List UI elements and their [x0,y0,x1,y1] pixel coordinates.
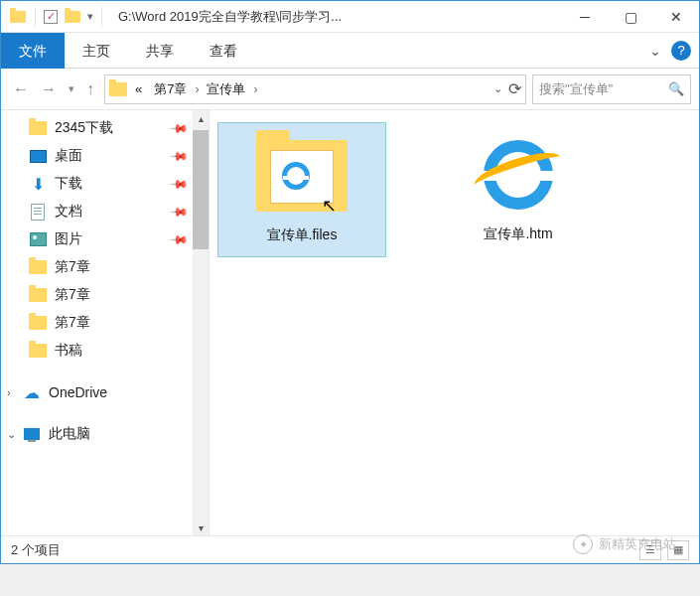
scrollbar-thumb[interactable] [193,130,209,249]
download-icon: ⬇ [29,175,47,193]
up-button[interactable]: ↑ [86,80,94,98]
scroll-up-icon[interactable]: ▴ [193,110,209,126]
back-button[interactable]: ← [13,80,29,98]
folder-icon [109,80,127,98]
status-text: 2 个项目 [11,541,61,559]
document-icon [29,203,47,221]
scroll-down-icon[interactable]: ▾ [193,520,209,535]
refresh-icon[interactable]: ⟳ [508,79,521,98]
tab-home[interactable]: 主页 [65,33,128,69]
file-item-folder[interactable]: ↖ 宣传单.files [217,122,386,257]
wechat-icon: ✦ [573,534,593,554]
tab-file[interactable]: 文件 [1,33,65,69]
sidebar-item-label: 书稿 [55,342,82,360]
sidebar-item-pictures[interactable]: 图片 📌 [1,225,209,253]
search-icon[interactable]: 🔍 [668,81,684,96]
search-input[interactable]: 搜索"宣传单" 🔍 [532,74,691,104]
pin-icon: 📌 [169,118,190,139]
pin-icon: 📌 [169,174,190,195]
watermark-text: 新精英充电站 [599,535,676,553]
file-label: 宣传单.htm [484,225,552,243]
maximize-button[interactable]: ▢ [608,2,653,32]
file-label: 宣传单.files [267,226,338,244]
tab-share[interactable]: 共享 [128,33,192,69]
ie-icon [282,162,310,190]
content-area: 2345下载 📌 桌面 📌 ⬇ 下载 📌 文档 📌 图片 📌 [1,110,699,535]
file-list: ↖ 宣传单.files 宣传单.htm [210,110,699,535]
chevron-down-icon[interactable]: ⌄ [7,428,16,441]
forward-button[interactable]: → [41,80,57,98]
watermark: ✦ 新精英充电站 [573,534,676,554]
title-bar: ✓ ▾ G:\Word 2019完全自学教程\同步学习... ─ ▢ ✕ [1,1,699,33]
cloud-icon: ☁ [23,383,41,401]
ie-icon [479,135,558,215]
pin-icon: 📌 [169,202,190,223]
nav-arrows: ← → ▾ ↑ [9,80,98,98]
pin-icon: 📌 [169,229,190,250]
address-dropdown-icon[interactable]: ⌄ [493,82,502,95]
sidebar-item-chapter7[interactable]: 第7章 [1,309,209,337]
history-dropdown-icon[interactable]: ▾ [69,82,74,95]
scrollbar[interactable]: ▴ ▾ [193,110,209,535]
sidebar-item-label: 此电脑 [49,425,90,443]
navigation-bar: ← → ▾ ↑ « 第7章 › 宣传单 › ⌄ ⟳ 搜索"宣传单" 🔍 [1,69,699,110]
folder-icon [29,314,47,332]
sidebar-item-chapter7[interactable]: 第7章 [1,253,209,281]
folder-thumbnail: ↖ [247,131,356,221]
sidebar-item-label: 图片 [55,230,82,248]
file-item-htm[interactable]: 宣传单.htm [434,122,603,255]
sidebar-item-label: 文档 [55,203,82,221]
properties-checkbox-icon[interactable]: ✓ [44,10,58,24]
breadcrumb[interactable]: 第7章 [150,78,191,100]
sidebar-item-documents[interactable]: 文档 📌 [1,198,209,225]
sidebar-item-label: 第7章 [55,286,90,304]
sidebar-item-thispc[interactable]: ⌄ 此电脑 [1,420,209,448]
sidebar-item-label: 桌面 [55,147,82,165]
chevron-right-icon[interactable]: › [7,386,11,398]
sidebar-item-label: 下载 [55,175,82,193]
window-controls: ─ ▢ ✕ [562,2,699,32]
help-icon[interactable]: ? [671,41,691,61]
desktop-icon [29,147,47,165]
address-bar[interactable]: « 第7章 › 宣传单 › ⌄ ⟳ [104,74,526,104]
pin-icon: 📌 [169,146,190,167]
folder-icon [29,286,47,304]
navigation-pane: 2345下载 📌 桌面 📌 ⬇ 下载 📌 文档 📌 图片 📌 [1,110,210,535]
separator [101,7,102,27]
qat-dropdown-icon[interactable]: ▾ [87,10,93,23]
separator [35,7,36,27]
quick-access-toolbar: ✓ ▾ [1,7,112,27]
chevron-right-icon[interactable]: › [195,82,199,96]
search-placeholder: 搜索"宣传单" [539,80,613,98]
sidebar-item-label: 第7章 [55,258,90,276]
explorer-window: ✓ ▾ G:\Word 2019完全自学教程\同步学习... ─ ▢ ✕ 文件 … [0,0,700,564]
picture-icon [29,230,47,248]
sidebar-item-label: 2345下载 [55,119,113,137]
ribbon-expand-icon[interactable]: ⌄ [649,43,661,59]
sidebar-item-manuscript[interactable]: 书稿 [1,337,209,365]
htm-thumbnail [464,130,573,220]
minimize-button[interactable]: ─ [562,2,608,32]
folder-icon[interactable] [64,8,81,26]
sidebar-item-desktop[interactable]: 桌面 📌 [1,142,209,170]
close-button[interactable]: ✕ [653,2,699,32]
folder-icon [9,8,27,26]
ribbon-tabs: 文件 主页 共享 查看 ⌄ ? [1,33,699,69]
computer-icon [23,425,41,443]
tab-view[interactable]: 查看 [192,33,255,69]
sidebar-item-downloads[interactable]: ⬇ 下载 📌 [1,170,209,198]
folder-icon [29,258,47,276]
sidebar-item-label: 第7章 [55,314,90,332]
window-title: G:\Word 2019完全自学教程\同步学习... [112,8,562,26]
sidebar-item-2345download[interactable]: 2345下载 📌 [1,114,209,142]
folder-icon [29,342,47,360]
breadcrumb[interactable]: 宣传单 [203,78,249,100]
chevron-right-icon[interactable]: › [253,82,257,96]
breadcrumb-overflow[interactable]: « [131,79,146,98]
sidebar-item-onedrive[interactable]: › ☁ OneDrive [1,378,209,406]
sidebar-item-label: OneDrive [49,384,107,400]
sidebar-item-chapter7[interactable]: 第7章 [1,281,209,309]
folder-icon [29,119,47,137]
cursor-icon: ↖ [322,195,337,217]
